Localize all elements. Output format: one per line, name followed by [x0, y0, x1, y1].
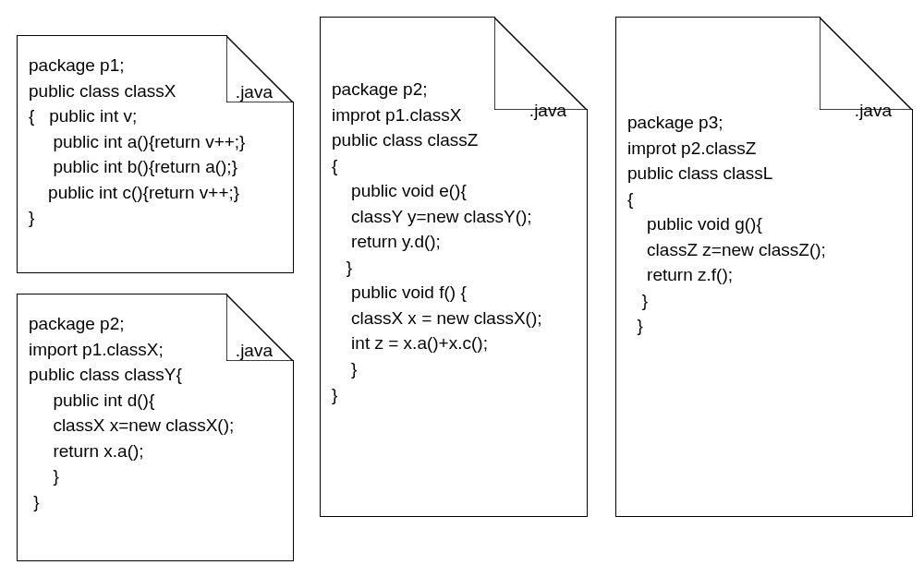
- java-file-classL: .java package p3; improt p2.classZ publi…: [615, 17, 913, 517]
- java-file-classZ: .java package p2; improt p1.classX publi…: [320, 17, 588, 517]
- file-extension: .java: [855, 101, 892, 121]
- file-extension: .java: [236, 341, 273, 361]
- file-extension: .java: [236, 82, 273, 102]
- code-content: package p3; improt p2.classZ public clas…: [627, 110, 901, 339]
- page-fold: [495, 17, 588, 109]
- page-fold: [821, 17, 913, 109]
- code-content: package p2; improt p1.classX public clas…: [332, 77, 576, 407]
- java-file-classY: .java package p2; import p1.classX; publ…: [17, 294, 294, 561]
- java-file-classX: .java package p1; public class classX { …: [17, 35, 294, 273]
- file-extension: .java: [529, 101, 566, 121]
